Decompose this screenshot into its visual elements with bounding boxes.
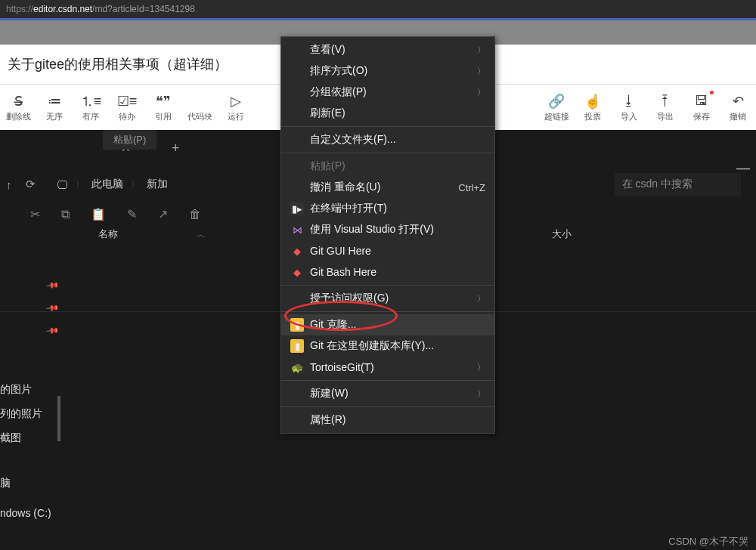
toolbar-label: 保存 bbox=[693, 111, 710, 122]
toolbar-label: 投票 bbox=[584, 111, 601, 122]
menu-item[interactable]: ▮Git 克隆... bbox=[281, 314, 494, 335]
sidebar-scrollbar[interactable] bbox=[57, 396, 60, 441]
toolbar-button[interactable]: ⒈≡有序 bbox=[73, 89, 109, 125]
pc-icon[interactable]: 🖵 bbox=[57, 178, 68, 191]
toolbar-icon: ↶ bbox=[733, 93, 744, 110]
search-input[interactable]: 在 csdn 中搜索 bbox=[615, 173, 741, 196]
menu-separator bbox=[281, 153, 494, 153]
menu-item[interactable]: 排序方式(O)〉 bbox=[281, 60, 494, 82]
chevron-right-icon: 〉 bbox=[477, 362, 485, 373]
menu-item[interactable]: ◆Git Bash Here bbox=[281, 261, 494, 283]
toolbar-button[interactable]: 🔗超链接 bbox=[538, 89, 575, 125]
menu-item[interactable]: ▮▸在终端中打开(T) bbox=[281, 198, 494, 219]
toolbar-icon: ☝ bbox=[584, 93, 601, 110]
toolbar-button[interactable]: ☑≡待办 bbox=[109, 89, 145, 125]
menu-item-label: 使用 Visual Studio 打开(V) bbox=[310, 223, 434, 236]
menu-separator bbox=[281, 126, 494, 127]
toolbar-label: 导入 bbox=[621, 111, 637, 122]
toolbar-icon: ≔ bbox=[48, 93, 61, 110]
menu-item-icon: ▮▸ bbox=[290, 202, 304, 215]
menu-item[interactable]: ⋈使用 Visual Studio 打开(V) bbox=[281, 219, 494, 240]
toolbar-button[interactable]: ❝❞引用 bbox=[145, 89, 181, 125]
sidebar-item[interactable]: 列的照片 bbox=[0, 405, 51, 423]
nav-up-icon[interactable]: ↑ bbox=[6, 178, 12, 191]
toolbar-label: 无序 bbox=[46, 111, 63, 122]
toolbar-icon: ⭳ bbox=[622, 93, 636, 110]
menu-item-label: 自定义文件夹(F)... bbox=[310, 133, 396, 147]
breadcrumb-item[interactable]: 新加 bbox=[147, 178, 168, 191]
toolbar-button[interactable]: ⭳导入 bbox=[611, 89, 647, 125]
paste-hint: 粘贴(P) bbox=[103, 130, 156, 150]
chevron-right-icon: 〉 bbox=[477, 87, 485, 98]
menu-item[interactable]: 查看(V)〉 bbox=[281, 39, 494, 60]
menu-item-icon: ▮ bbox=[290, 318, 304, 332]
menu-item-icon: 🐢 bbox=[290, 360, 304, 374]
cut-icon[interactable]: ✂ bbox=[30, 207, 40, 221]
toolbar-icon: S̶ bbox=[14, 93, 23, 110]
menu-item[interactable]: 新建(W)〉 bbox=[281, 383, 494, 404]
toolbar-label: 导出 bbox=[657, 111, 674, 122]
sidebar-list: 的图片列的照片截图脑ndows (C:) bbox=[0, 381, 51, 521]
menu-item-label: Git Bash Here bbox=[310, 266, 376, 278]
menu-item[interactable]: ▮Git 在这里创建版本库(Y)... bbox=[281, 335, 494, 357]
copy-icon[interactable]: ⧉ bbox=[61, 208, 70, 221]
breadcrumb: 🖵 〉 此电脑 〉 新加 bbox=[57, 178, 168, 191]
toolbar-button[interactable]: ▷运行 bbox=[218, 89, 254, 125]
url-path: /md?articleId=134541298 bbox=[92, 4, 195, 14]
breadcrumb-item[interactable]: 此电脑 bbox=[91, 178, 123, 191]
menu-item-icon: ▮ bbox=[290, 339, 304, 353]
chevron-up-icon: ︿ bbox=[197, 229, 205, 240]
toolbar-label: 运行 bbox=[228, 111, 244, 122]
column-size[interactable]: 大小 bbox=[552, 227, 572, 241]
menu-item: 粘贴(P) bbox=[281, 156, 494, 177]
delete-icon[interactable]: 🗑 bbox=[189, 208, 201, 221]
url-protocol: https:// bbox=[6, 4, 33, 14]
toolbar-button[interactable]: ☝投票 bbox=[575, 89, 611, 125]
toolbar-button[interactable]: ≔无序 bbox=[36, 89, 73, 125]
menu-item-label: Git GUI Here bbox=[310, 245, 371, 257]
sidebar-item[interactable]: 脑 bbox=[0, 474, 51, 493]
pin-icon: 📌 bbox=[39, 279, 59, 301]
menu-item-label: 撤消 重命名(U) bbox=[310, 181, 380, 194]
column-name[interactable]: 名称 bbox=[98, 227, 118, 241]
menu-item[interactable]: 自定义文件夹(F)... bbox=[281, 129, 494, 150]
share-icon[interactable]: ↗ bbox=[158, 207, 168, 221]
browser-url-bar[interactable]: https://editor.csdn.net/md?articleId=134… bbox=[0, 0, 756, 18]
menu-item[interactable]: ◆Git GUI Here bbox=[281, 240, 494, 261]
menu-item-label: 粘贴(P) bbox=[310, 159, 345, 173]
url-domain: editor.csdn.net bbox=[33, 4, 92, 14]
menu-item[interactable]: 属性(R) bbox=[281, 409, 494, 431]
chevron-right-icon: 〉 bbox=[477, 66, 485, 77]
menu-item-label: 新建(W) bbox=[310, 387, 349, 400]
menu-item[interactable]: 刷新(E) bbox=[281, 103, 494, 124]
toolbar-icon: 🔗 bbox=[548, 93, 565, 110]
toolbar-button[interactable]: 代码块 bbox=[181, 89, 218, 125]
paste-icon[interactable]: 📋 bbox=[91, 207, 106, 221]
menu-separator bbox=[281, 285, 494, 286]
minimize-icon[interactable]: — bbox=[736, 160, 750, 176]
menu-item[interactable]: 撤消 重命名(U)Ctrl+Z bbox=[281, 177, 494, 198]
toolbar-icon: ⒈≡ bbox=[80, 93, 102, 110]
chevron-right-icon: 〉 bbox=[477, 45, 485, 56]
nav-refresh-icon[interactable]: ⟳ bbox=[26, 178, 36, 191]
sidebar-item[interactable]: 的图片 bbox=[0, 381, 51, 399]
tab-add-icon[interactable]: + bbox=[172, 141, 180, 156]
sidebar-item[interactable]: 截图 bbox=[0, 429, 51, 447]
menu-item-label: 授予访问权限(G) bbox=[310, 292, 389, 305]
menu-separator bbox=[281, 311, 494, 312]
toolbar-button[interactable]: ⭱导出 bbox=[647, 89, 683, 125]
toolbar-button[interactable]: ↶撤销 bbox=[720, 89, 756, 125]
toolbar-label: 引用 bbox=[155, 111, 172, 122]
toolbar-button[interactable]: 🖫保存 bbox=[683, 89, 720, 125]
toolbar-icon: ▷ bbox=[231, 93, 241, 110]
menu-shortcut: Ctrl+Z bbox=[458, 182, 485, 193]
toolbar-label: 有序 bbox=[82, 111, 99, 122]
rename-icon[interactable]: ✎ bbox=[127, 207, 137, 221]
menu-item[interactable]: 🐢TortoiseGit(T)〉 bbox=[281, 357, 494, 378]
menu-item[interactable]: 分组依据(P)〉 bbox=[281, 82, 494, 103]
toolbar-button[interactable]: S̶删除线 bbox=[0, 89, 36, 125]
sidebar-item[interactable]: ndows (C:) bbox=[0, 505, 51, 521]
menu-item[interactable]: 授予访问权限(G)〉 bbox=[281, 288, 494, 309]
menu-item-icon: ◆ bbox=[290, 244, 304, 258]
chevron-right-icon: 〉 bbox=[131, 179, 139, 190]
